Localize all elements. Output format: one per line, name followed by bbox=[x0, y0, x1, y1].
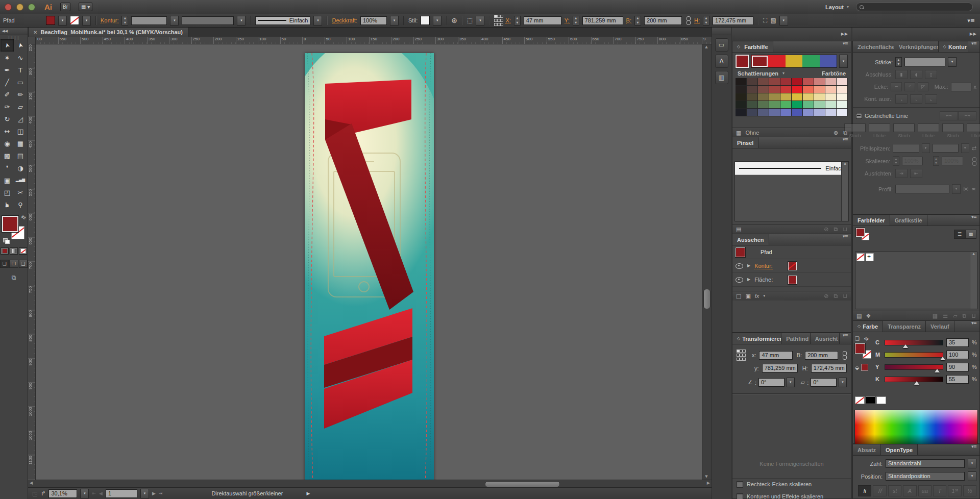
harmony-color-swatch[interactable] bbox=[751, 55, 768, 67]
select-similar-icon[interactable]: ⬚ bbox=[467, 17, 473, 23]
color-variation-swatch[interactable] bbox=[837, 78, 848, 86]
appearance-row-stroke[interactable]: ▶ Kontur: bbox=[732, 259, 851, 273]
tab-transparenz[interactable]: Transparenz bbox=[883, 321, 926, 332]
arrowhead-end-field[interactable] bbox=[933, 144, 959, 153]
tools-panel-header[interactable]: ◀◀ bbox=[0, 28, 28, 35]
color-variation-swatch[interactable] bbox=[736, 86, 747, 93]
out-of-gamut-icon[interactable]: ⬙ bbox=[855, 365, 859, 370]
width-profile-field[interactable] bbox=[895, 185, 949, 193]
scroll-up-icon[interactable]: ▲ bbox=[702, 45, 710, 49]
align-dropdown[interactable]: ▾ bbox=[779, 16, 788, 26]
mesh-tool[interactable]: ▩ bbox=[1, 149, 14, 162]
blend-tool[interactable]: ◑ bbox=[14, 162, 27, 174]
schattierungen-label[interactable]: Schattierungen bbox=[738, 70, 778, 77]
tab-farbe[interactable]: ◇ Farbe bbox=[853, 321, 883, 332]
align-arrow-tip-button[interactable]: ⇥ bbox=[895, 169, 908, 178]
eraser-tool[interactable]: ▱ bbox=[14, 101, 27, 113]
delete-item-icon[interactable]: ⊔ bbox=[843, 293, 847, 299]
fill-proxy-swatch[interactable] bbox=[855, 343, 865, 354]
slider-track[interactable] bbox=[885, 352, 943, 358]
checkbox[interactable] bbox=[737, 493, 743, 499]
y-position-link[interactable]: Y: bbox=[565, 17, 570, 24]
align-icon[interactable]: ▧ bbox=[770, 17, 776, 23]
transform-height-field[interactable]: 172,475 mm bbox=[811, 364, 847, 372]
none-button[interactable] bbox=[19, 247, 27, 255]
slider-thumb[interactable] bbox=[914, 381, 919, 385]
white-swatch[interactable] bbox=[876, 396, 886, 404]
canvas[interactable] bbox=[36, 44, 702, 480]
opentype-feature-button[interactable]: aa bbox=[918, 485, 932, 496]
tab-absatz[interactable]: Absatz bbox=[853, 444, 881, 455]
width-profile-dropdown[interactable]: ▾ bbox=[952, 184, 961, 194]
harmony-color-swatch[interactable] bbox=[786, 55, 802, 67]
x-stepper[interactable]: ▲▼ bbox=[514, 16, 521, 26]
flip-along-icon[interactable]: ⋈ bbox=[963, 186, 969, 192]
variable-width-profile-dropdown[interactable]: ▾ bbox=[237, 16, 246, 26]
visibility-eye-icon[interactable] bbox=[736, 277, 743, 283]
limit-colors-icon[interactable]: ▦ bbox=[736, 130, 741, 136]
zoom-level-field[interactable]: 30,1% bbox=[48, 489, 77, 498]
perspective-grid-tool[interactable]: ▦ bbox=[14, 137, 27, 149]
harmony-color-swatch[interactable] bbox=[768, 55, 785, 67]
color-variation-swatch[interactable] bbox=[769, 109, 780, 116]
scale-end-field[interactable]: 100% bbox=[942, 157, 963, 165]
appearance-item-path[interactable]: Pfad bbox=[732, 245, 851, 259]
horizontal-ruler[interactable]: 0055050045040035030025020015010050050100… bbox=[36, 37, 712, 44]
scale-start-stepper[interactable]: ▲▼ bbox=[893, 156, 899, 166]
none-swatch[interactable] bbox=[856, 253, 865, 261]
rotate-angle-dropdown[interactable]: ▾ bbox=[787, 378, 795, 387]
color-variation-swatch[interactable] bbox=[814, 93, 825, 101]
swatch-list-scrollbar[interactable]: ▲ bbox=[970, 252, 977, 309]
tab-ausrichten[interactable]: Ausricht bbox=[811, 333, 840, 344]
stroke-attr-swatch[interactable] bbox=[788, 262, 797, 270]
dash-value-field[interactable] bbox=[869, 123, 890, 132]
share-icon[interactable]: ↱ bbox=[40, 490, 45, 496]
shear-angle-field[interactable]: 0° bbox=[811, 378, 837, 387]
channel-value-field[interactable]: 90 bbox=[946, 363, 969, 371]
figure-select[interactable]: Standardzahl bbox=[886, 459, 965, 468]
color-variation-swatch[interactable] bbox=[758, 78, 769, 86]
color-variation-swatch[interactable] bbox=[747, 78, 758, 86]
brush-definition-dropdown[interactable]: ▾ bbox=[313, 16, 322, 26]
fx-icon[interactable]: fx bbox=[755, 293, 760, 299]
x-position-link[interactable]: X: bbox=[505, 17, 510, 24]
color-variation-swatch[interactable] bbox=[803, 93, 814, 101]
grid-view-button[interactable]: ▦ bbox=[965, 230, 976, 239]
color-variation-swatch[interactable] bbox=[780, 109, 792, 116]
position-select[interactable]: Standardposition bbox=[886, 472, 965, 481]
magic-wand-tool[interactable]: ✶ bbox=[1, 52, 14, 64]
blob-brush-tool[interactable]: ✑ bbox=[1, 101, 14, 113]
expand-triangle-icon[interactable]: ▶ bbox=[747, 264, 750, 268]
color-variation-swatch[interactable] bbox=[814, 101, 825, 109]
color-variation-swatch[interactable] bbox=[792, 86, 803, 93]
horizontal-scrollbar[interactable]: ◀ ▶ bbox=[28, 480, 712, 487]
stroke-attr-link[interactable]: Kontur: bbox=[754, 263, 772, 269]
selection-tool[interactable]: ➤ bbox=[1, 39, 14, 52]
height-field[interactable]: 172,475 mm bbox=[713, 16, 753, 25]
figure-dropdown[interactable]: ▾ bbox=[968, 459, 976, 468]
constrain-proportions-icon[interactable] bbox=[841, 351, 847, 359]
duplicate-item-icon[interactable]: ⧉ bbox=[834, 293, 838, 299]
slider-thumb[interactable] bbox=[935, 369, 940, 372]
default-fill-stroke-icon[interactable] bbox=[3, 238, 9, 243]
recolor-artwork-icon[interactable]: ⊛ bbox=[451, 17, 457, 24]
slider-thumb[interactable] bbox=[903, 344, 908, 348]
ruler-origin-corner[interactable] bbox=[28, 37, 36, 44]
color-variation-swatch[interactable] bbox=[758, 86, 769, 93]
harmony-color-swatch[interactable] bbox=[820, 55, 837, 67]
color-variation-swatch[interactable] bbox=[814, 109, 825, 116]
panel-menu-icon[interactable]: ▾≡ bbox=[968, 215, 979, 226]
round-join-button[interactable]: ◜ bbox=[904, 82, 915, 91]
color-variation-swatch[interactable] bbox=[747, 86, 758, 93]
slider-track[interactable] bbox=[885, 340, 943, 345]
new-color-group-icon[interactable]: ▱ bbox=[953, 313, 957, 319]
transform-y-field[interactable]: 781,259 mm bbox=[762, 364, 798, 372]
color-variation-swatch[interactable] bbox=[736, 93, 747, 101]
color-variation-swatch[interactable] bbox=[837, 101, 848, 109]
color-variation-swatch[interactable] bbox=[803, 101, 814, 109]
appearance-row-fill[interactable]: ▶ Fläche: bbox=[732, 273, 851, 287]
align-stroke-outside-button[interactable]: ⌞ bbox=[925, 94, 937, 104]
gamut-color-swatch[interactable] bbox=[861, 364, 868, 371]
shear-angle-dropdown[interactable]: ▾ bbox=[839, 378, 847, 387]
panel-menu-icon[interactable]: ▾≡ bbox=[840, 41, 851, 52]
